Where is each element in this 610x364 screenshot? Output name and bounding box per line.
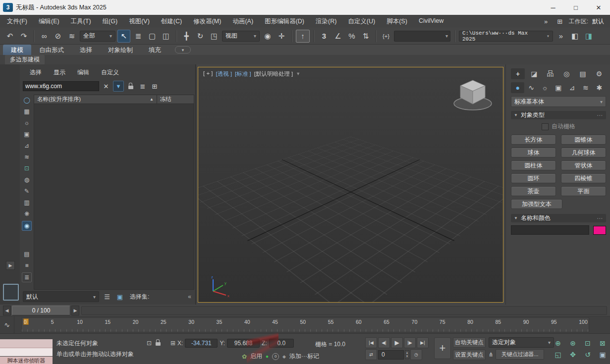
tab-display-icon[interactable]: ▤ bbox=[576, 68, 590, 79]
menu-item[interactable]: 视图(V) bbox=[129, 17, 150, 26]
category-lights-icon[interactable]: ☼ bbox=[538, 82, 552, 93]
menu-item[interactable]: CivilView bbox=[419, 17, 444, 26]
filter-xrefs-icon[interactable]: ◍ bbox=[22, 175, 31, 184]
menu-item[interactable]: 脚本(S) bbox=[387, 17, 407, 26]
plant-icon[interactable]: ✿ bbox=[242, 353, 247, 360]
explorer-menu-item[interactable]: 自定义 bbox=[101, 68, 119, 77]
set-key-button[interactable]: + bbox=[434, 337, 451, 359]
lock-cell-editing-icon[interactable] bbox=[126, 81, 136, 91]
filter-lights-icon[interactable]: ☼ bbox=[22, 118, 31, 127]
y-coordinate-field[interactable]: 95.688 bbox=[227, 339, 260, 348]
category-spacewarps-icon[interactable]: ≋ bbox=[579, 82, 592, 93]
enable-label[interactable]: 启用 bbox=[250, 352, 262, 361]
tree-options-icon[interactable]: ⊞ bbox=[150, 81, 160, 91]
search-clear-icon[interactable]: ✕ bbox=[101, 81, 111, 91]
zoom-icon[interactable]: ⊕ bbox=[551, 338, 565, 348]
filter-all-objects-icon[interactable]: ◯ bbox=[22, 96, 31, 104]
explorer-search-input[interactable] bbox=[23, 81, 99, 91]
tab-modify-icon[interactable]: ◪ bbox=[527, 68, 541, 79]
time-slider-prev-icon[interactable]: ◀ bbox=[3, 306, 11, 315]
menu-item[interactable]: 自定义(U) bbox=[348, 17, 375, 26]
time-slider-handle[interactable]: 0 / 100 bbox=[12, 306, 70, 315]
object-color-swatch[interactable] bbox=[593, 226, 606, 235]
ribbon-tab[interactable]: 自由形式 bbox=[31, 45, 72, 55]
key-filters-icon[interactable]: ⋔ bbox=[489, 351, 494, 358]
zoom-region-icon[interactable]: ◱ bbox=[551, 349, 565, 360]
selected-object-dropdown[interactable]: 选定对象 ▾ bbox=[489, 337, 554, 348]
explorer-menu-item[interactable]: 编辑 bbox=[77, 68, 89, 77]
edit-named-selections-icon[interactable]: {+} bbox=[380, 30, 392, 42]
menu-item[interactable]: 组(G) bbox=[103, 17, 118, 26]
pan-icon[interactable]: ✥ bbox=[566, 349, 580, 360]
autogrid-checkbox[interactable] bbox=[542, 123, 549, 130]
toolbar-overflow-icon[interactable]: » bbox=[555, 30, 567, 42]
use-pivot-center-icon[interactable]: ◉ bbox=[262, 30, 274, 42]
absolute-mode-icon[interactable]: ⊞ bbox=[170, 340, 175, 347]
previous-frame-icon[interactable]: ◀| bbox=[378, 337, 390, 348]
menu-item[interactable]: 编辑(E) bbox=[39, 17, 59, 26]
zoom-extents-icon[interactable]: ⊡ bbox=[581, 338, 595, 348]
filter-bones-icon[interactable]: ✎ bbox=[22, 187, 31, 196]
select-object-icon[interactable]: ↖ bbox=[117, 30, 130, 43]
zoom-all-icon[interactable]: ⊛ bbox=[566, 338, 580, 348]
mini-curve-editor-icon[interactable]: ∿ bbox=[0, 316, 14, 333]
object-type-button[interactable]: 圆锥体 bbox=[561, 135, 606, 145]
unlink-selection-icon[interactable]: ⊘ bbox=[52, 30, 64, 42]
menu-item[interactable]: 修改器(M) bbox=[193, 17, 221, 26]
tab-hierarchy-icon[interactable]: 品 bbox=[544, 68, 557, 79]
orbit-icon[interactable]: ↺ bbox=[581, 349, 595, 360]
category-systems-icon[interactable]: ✱ bbox=[593, 82, 606, 93]
window-crossing-icon[interactable]: ◫ bbox=[160, 30, 172, 42]
object-type-button[interactable]: 几何球体 bbox=[561, 148, 606, 157]
percent-snap-icon[interactable]: % bbox=[346, 30, 358, 42]
explorer-block-icon[interactable]: ■ bbox=[22, 261, 31, 270]
snap-toggle-3d-icon[interactable]: 3 bbox=[318, 30, 330, 42]
filter-materials-icon[interactable]: ❋ bbox=[22, 209, 31, 218]
maximize-viewport-icon[interactable]: ▣ bbox=[596, 349, 610, 360]
tab-utilities-icon[interactable]: ⚙ bbox=[592, 68, 606, 79]
layer-manager-icon[interactable]: ☰ bbox=[102, 292, 112, 302]
close-button[interactable]: ✕ bbox=[587, 0, 610, 15]
selection-filter-dropdown[interactable]: 全部 ▾ bbox=[80, 31, 115, 42]
viewport-filter-icon[interactable]: ▼ bbox=[296, 71, 300, 78]
z-coordinate-field[interactable]: 0.0 bbox=[269, 339, 294, 348]
object-type-button-textplus[interactable]: 加强型文本 bbox=[511, 199, 562, 209]
filter-funnel-icon[interactable]: ▼ bbox=[113, 81, 124, 92]
object-type-button[interactable]: 球体 bbox=[511, 148, 556, 157]
current-frame-field[interactable]: 0 bbox=[378, 350, 404, 360]
explorer-collapse-icon[interactable]: « bbox=[188, 293, 191, 300]
angle-snap-icon[interactable]: ∠ bbox=[332, 30, 344, 42]
frame-spinner[interactable]: ▴ ▾ bbox=[405, 350, 409, 359]
filter-layers-icon[interactable]: ▦ bbox=[22, 107, 31, 116]
workspace-icon[interactable]: ⊞ bbox=[555, 16, 565, 26]
x-coordinate-field[interactable]: -34.731 bbox=[185, 339, 218, 348]
object-type-button[interactable]: 平面 bbox=[561, 186, 606, 196]
explorer-listbox-icon[interactable]: ≣ bbox=[22, 272, 32, 282]
selection-set-icon[interactable]: ▣ bbox=[115, 292, 125, 302]
category-geometry-icon[interactable]: ● bbox=[511, 82, 524, 93]
filter-cameras-icon[interactable]: ▣ bbox=[22, 130, 31, 139]
spinner-up-icon[interactable]: ▴ bbox=[406, 351, 408, 355]
next-frame-icon[interactable]: |▶ bbox=[404, 337, 416, 348]
zoom-extents-all-icon[interactable]: ⊠ bbox=[596, 338, 610, 348]
bind-spacewarp-icon[interactable]: ≋ bbox=[66, 30, 78, 42]
go-to-end-icon[interactable]: ▶| bbox=[417, 337, 429, 348]
rollout-object-type[interactable]: ▼ 对象类型 ⋯ bbox=[511, 111, 606, 119]
selection-lock-icon[interactable] bbox=[156, 340, 161, 347]
object-name-input[interactable] bbox=[511, 225, 589, 235]
menu-item[interactable]: 图形编辑器(D) bbox=[265, 17, 304, 26]
spinner-down-icon[interactable]: ▾ bbox=[406, 355, 408, 358]
menu-item[interactable]: 文件(F) bbox=[7, 17, 27, 26]
marker-icon[interactable]: ◆ bbox=[282, 354, 286, 359]
keyboard-override-icon[interactable]: ↑ bbox=[296, 30, 310, 43]
layout-thumbnail[interactable] bbox=[3, 284, 19, 301]
column-header-name[interactable]: 名称(按升序排序) ▲ bbox=[34, 95, 157, 104]
viewport-menu-shading[interactable]: [默认明暗处理 ] bbox=[254, 70, 293, 78]
select-and-scale-icon[interactable]: ◳ bbox=[208, 30, 220, 42]
ribbon-minimize-button[interactable]: ▾ bbox=[175, 46, 191, 53]
time-configuration-icon[interactable]: ◷ bbox=[410, 349, 422, 360]
object-type-button[interactable]: 圆柱体 bbox=[511, 160, 556, 170]
key-filters-button[interactable]: 关键点过滤器... bbox=[496, 349, 544, 360]
add-marker-label[interactable]: 添加···标记 bbox=[289, 352, 319, 361]
menu-item[interactable]: 动画(A) bbox=[232, 17, 253, 26]
